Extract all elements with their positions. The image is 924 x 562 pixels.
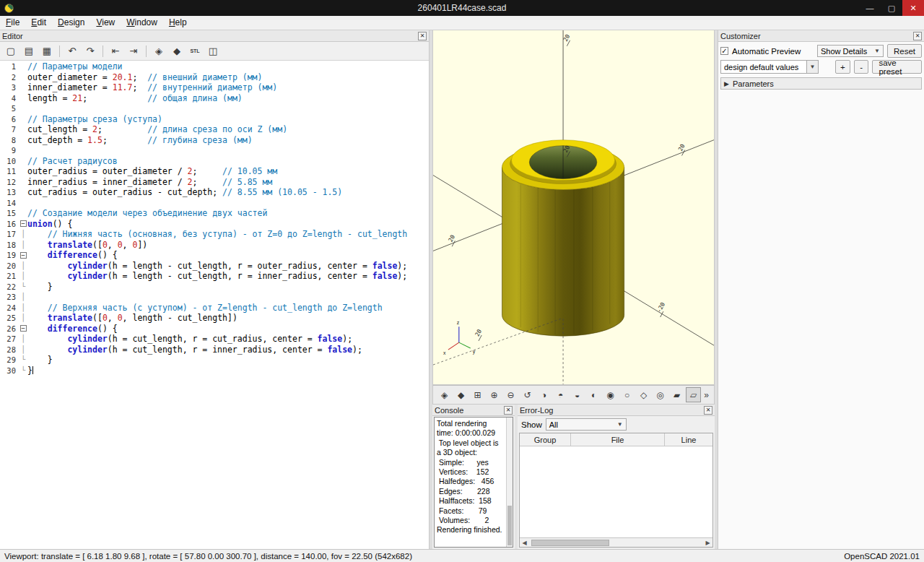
fold-marker	[19, 114, 27, 125]
errorlog-hscroll-track[interactable]	[530, 540, 702, 546]
code-line: 11outer_radius = outer_diameter / 2; // …	[0, 166, 429, 177]
line-number: 10	[0, 156, 19, 167]
line-number: 15	[0, 208, 19, 219]
open-icon[interactable]: ▤	[21, 43, 37, 59]
errorlog-close-icon[interactable]: ✕	[704, 406, 712, 415]
minimize-button[interactable]: —	[859, 0, 881, 16]
view-front-icon[interactable]: ◉	[603, 387, 618, 402]
console-close-icon[interactable]: ✕	[504, 406, 513, 415]
code-text: // Параметры модели	[27, 61, 429, 72]
viewport-3d[interactable]: 20202020-2020 z x y	[432, 30, 715, 385]
redo-icon[interactable]: ↷	[82, 43, 98, 59]
errorlog-filter-dropdown[interactable]: All ▼	[546, 418, 627, 431]
fold-marker	[19, 82, 27, 93]
fold-collapse-icon[interactable]: −	[20, 252, 27, 259]
preview-icon[interactable]: ◈	[437, 387, 452, 402]
fold-marker	[19, 156, 27, 167]
close-window-button[interactable]: ✕	[902, 0, 924, 16]
customizer-close-icon[interactable]: ✕	[913, 32, 922, 40]
fold-marker	[19, 208, 27, 219]
editor-close-icon[interactable]: ✕	[418, 32, 427, 40]
console-scrollbar[interactable]	[506, 418, 513, 547]
preset-combobox[interactable]: design default values ▼	[720, 60, 819, 74]
fold-marker[interactable]: −	[19, 250, 27, 261]
code-text	[27, 292, 429, 303]
automatic-preview-checkbox[interactable]: ✓	[720, 47, 728, 55]
menu-help[interactable]: Help	[163, 16, 193, 30]
viewport-status-text: Viewport: translate = [ 6.18 1.80 9.68 ]…	[4, 552, 412, 561]
line-number: 2	[0, 72, 19, 83]
fold-collapse-icon[interactable]: −	[20, 325, 27, 332]
menu-edit[interactable]: Edit	[25, 16, 52, 30]
line-number: 13	[0, 187, 19, 198]
svg-text:-20: -20	[655, 301, 666, 314]
console-line: Edges: 228	[437, 487, 505, 496]
code-text: }	[27, 366, 429, 376]
reset-view-icon[interactable]: ↺	[520, 387, 535, 402]
save-icon[interactable]: ▦	[39, 43, 55, 59]
view-bottom-icon[interactable]: ◒	[570, 387, 585, 402]
view-back-icon[interactable]: ○	[619, 387, 635, 402]
maximize-button[interactable]: ▢	[881, 0, 902, 16]
indent-icon[interactable]: ⇥	[126, 43, 141, 59]
preview-icon[interactable]: ◈	[151, 43, 167, 59]
view-left-icon[interactable]: ◐	[586, 387, 601, 402]
chevron-down-icon: ▼	[617, 421, 623, 428]
console-line: Volumes: 2	[437, 516, 505, 525]
code-line: 8cut_depth = 1.5; // глубина среза (мм)	[0, 135, 429, 146]
code-text: cut_radius = outer_radius - cut_depth; /…	[27, 187, 429, 198]
code-line: 10// Расчет радиусов	[0, 156, 429, 167]
zoom-out-icon[interactable]: ⊖	[503, 387, 518, 402]
toolbar-overflow-icon[interactable]: »	[702, 390, 710, 400]
errorlog-table-body[interactable]	[520, 446, 712, 537]
reset-button[interactable]: Reset	[887, 44, 922, 58]
zoom-all-icon[interactable]: ⊞	[470, 387, 485, 402]
console-scrollbar-thumb[interactable]	[507, 506, 512, 545]
remove-preset-button[interactable]: -	[854, 60, 869, 74]
fold-marker[interactable]: −	[19, 219, 27, 230]
print-icon[interactable]: ◫	[205, 43, 221, 59]
new-file-icon[interactable]: ▢	[3, 43, 19, 59]
zoom-in-icon[interactable]: ⊕	[487, 387, 502, 402]
unindent-icon[interactable]: ⇤	[108, 43, 123, 59]
chevron-down-icon[interactable]: ▼	[807, 60, 819, 74]
parameters-expander[interactable]: ▶ Parameters	[720, 77, 922, 90]
menu-window[interactable]: Window	[121, 16, 163, 30]
errorlog-hscrollbar[interactable]: ◀ ▶	[520, 537, 712, 547]
scroll-left-icon[interactable]: ◀	[520, 538, 529, 547]
save-preset-button[interactable]: save preset	[872, 60, 922, 74]
preset-combobox-value[interactable]: design default values	[720, 60, 807, 74]
view-center-icon[interactable]: ◎	[653, 387, 668, 402]
render-icon[interactable]: ◆	[453, 387, 468, 402]
menu-design[interactable]: Design	[52, 16, 90, 30]
console-line: a 3D object:	[437, 448, 505, 457]
scroll-right-icon[interactable]: ▶	[703, 538, 712, 547]
code-text: // Параметры среза (уступа)	[27, 114, 429, 125]
errorlog-hscroll-thumb[interactable]	[531, 540, 609, 546]
menu-file[interactable]: File	[0, 16, 25, 30]
view-right-icon[interactable]: ◑	[536, 387, 552, 402]
viewport-canvas[interactable]: 20202020-2020 z x y	[433, 30, 714, 384]
line-number: 6	[0, 114, 19, 125]
view-diagonal-icon[interactable]: ◇	[636, 387, 651, 402]
console-output[interactable]: Total renderingtime: 0:00:00.029 Top lev…	[434, 417, 513, 548]
fold-marker: │	[19, 240, 27, 251]
column-header-line[interactable]: Line	[665, 433, 712, 446]
export-stl-icon[interactable]: STL	[187, 43, 203, 59]
show-details-dropdown[interactable]: Show Details ▼	[817, 45, 884, 57]
column-header-group[interactable]: Group	[520, 433, 571, 446]
add-preset-button[interactable]: +	[835, 60, 850, 74]
column-header-file[interactable]: File	[571, 433, 665, 446]
fold-marker: │	[19, 271, 27, 282]
orthogonal-icon[interactable]: ▱	[686, 387, 701, 402]
view-top-icon[interactable]: ◓	[553, 387, 568, 402]
menu-view[interactable]: View	[90, 16, 121, 30]
code-editor[interactable]: 1// Параметры модели2outer_diameter = 20…	[0, 61, 429, 549]
perspective-icon[interactable]: ▰	[669, 387, 684, 402]
undo-icon[interactable]: ↶	[64, 43, 80, 59]
fold-marker[interactable]: −	[19, 324, 27, 334]
code-text: cut_depth = 1.5; // глубина среза (мм)	[27, 135, 429, 146]
fold-collapse-icon[interactable]: −	[20, 220, 27, 227]
code-text: inner_radius = inner_diameter / 2; // 5.…	[27, 177, 429, 188]
render-icon[interactable]: ◆	[169, 43, 185, 59]
